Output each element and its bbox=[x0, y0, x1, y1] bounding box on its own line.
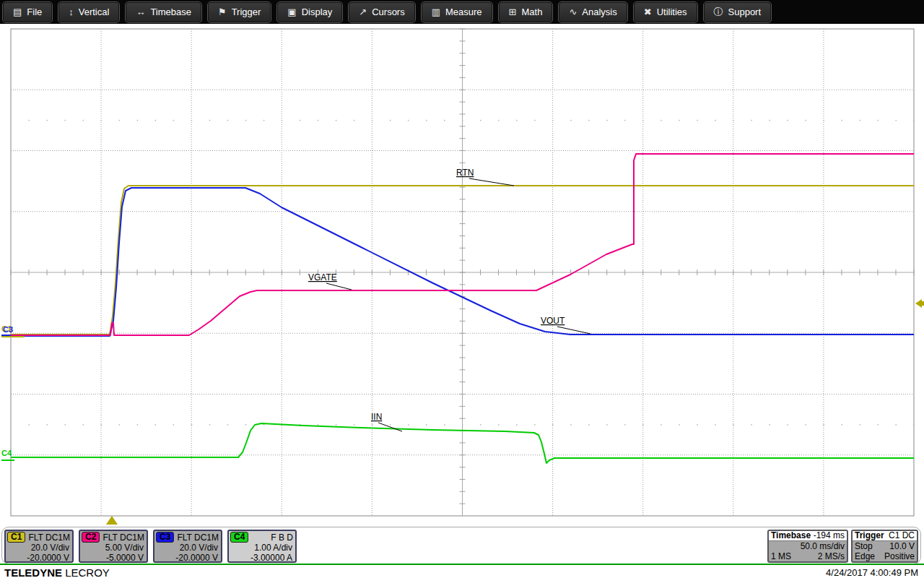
menu-button-measure[interactable]: ▥Measure bbox=[422, 2, 492, 22]
timebase-samples: 1 MS bbox=[771, 551, 791, 561]
minor-dot bbox=[245, 120, 247, 121]
display-icon: ▣ bbox=[287, 7, 296, 17]
menu-button-math[interactable]: ⊞Math bbox=[499, 2, 553, 22]
trigger-type: Edge bbox=[855, 551, 875, 561]
minor-dot bbox=[173, 424, 175, 426]
minor-dot bbox=[697, 424, 698, 426]
vgate-label: VGATE bbox=[308, 272, 337, 282]
menu-button-display[interactable]: ▣Display bbox=[277, 2, 342, 22]
menu-button-label: Vertical bbox=[79, 7, 110, 17]
minor-dot bbox=[462, 120, 463, 121]
minor-dot bbox=[29, 120, 30, 121]
channel-descriptor-c2[interactable]: C2 FLT DC1M 5.00 V/div -5.0000 V bbox=[79, 530, 148, 563]
trigger-level: 10.0 V bbox=[889, 541, 915, 551]
offset-value: -20.0000 V bbox=[154, 553, 221, 563]
minor-dot bbox=[390, 424, 391, 426]
trigger-time-marker[interactable] bbox=[106, 516, 118, 525]
timebase-title: Timebase bbox=[771, 531, 811, 540]
minor-dot bbox=[408, 424, 409, 426]
minor-dot bbox=[841, 424, 842, 426]
minor-dot bbox=[498, 424, 500, 426]
menu-button-label: Trigger bbox=[232, 7, 261, 17]
minor-dot bbox=[769, 120, 770, 121]
minor-dot bbox=[914, 120, 915, 121]
minor-dot bbox=[245, 424, 247, 426]
minor-dot bbox=[354, 424, 355, 426]
minor-dot bbox=[914, 424, 915, 426]
minor-dot bbox=[372, 424, 373, 426]
minor-dot bbox=[83, 424, 84, 426]
minor-dot bbox=[83, 120, 84, 121]
vgate-label-leader bbox=[326, 283, 352, 290]
trigger-mode: Stop bbox=[855, 541, 873, 551]
channel-descriptor-c4[interactable]: C4 F B D 1.00 A/div -3.00000 A bbox=[227, 530, 297, 563]
minor-dot bbox=[318, 424, 319, 426]
menu-button-cursors[interactable]: ↗Cursors bbox=[349, 2, 414, 22]
menu-button-timebase[interactable]: ↔Timebase bbox=[126, 2, 201, 22]
menu-button-label: File bbox=[27, 7, 42, 17]
calculator-icon: ⊞ bbox=[509, 7, 517, 17]
menu-button-utilities[interactable]: ✖Utilities bbox=[634, 2, 697, 22]
menu-button-label: Support bbox=[728, 7, 762, 17]
channel-descriptor-c3[interactable]: C3 FLT DC1M 20.0 V/div -20.0000 V bbox=[153, 530, 222, 563]
menu-button-trigger[interactable]: ⚑Trigger bbox=[208, 2, 271, 22]
menu-button-vertical[interactable]: ↕Vertical bbox=[58, 2, 119, 22]
minor-dot bbox=[137, 424, 139, 426]
minor-dot bbox=[787, 120, 788, 121]
minor-dot bbox=[751, 424, 752, 426]
channel-descriptor-c1[interactable]: C1 FLT DC1M 20.0 V/div -20.0000 V bbox=[4, 530, 74, 563]
c4-zero-marker[interactable]: C4 bbox=[1, 449, 12, 457]
trigger-level-marker[interactable] bbox=[915, 299, 922, 308]
minor-dot bbox=[191, 120, 193, 121]
brand-logo: TELEDYNE LECROY bbox=[4, 566, 110, 578]
minor-dot bbox=[895, 120, 897, 121]
minor-dot bbox=[534, 120, 536, 121]
minor-dot bbox=[209, 120, 211, 121]
coupling-label: F B D bbox=[271, 532, 293, 543]
minor-dot bbox=[101, 424, 103, 426]
channel-badge-c3: C3 bbox=[156, 532, 174, 543]
minor-dot bbox=[733, 120, 734, 121]
trigger-descriptor[interactable]: Trigger C1 DC Stop 10.0 V Edge Positive bbox=[851, 530, 918, 563]
minor-dot bbox=[552, 424, 554, 426]
minor-dot bbox=[805, 424, 806, 426]
minor-dot bbox=[372, 120, 373, 121]
c3-zero-marker[interactable]: C3 bbox=[3, 325, 13, 334]
coupling-label: FLT DC1M bbox=[103, 532, 144, 543]
minor-dot bbox=[444, 120, 445, 121]
minor-dot bbox=[679, 424, 680, 426]
menu-button-analysis[interactable]: ∿Analysis bbox=[559, 2, 627, 22]
minor-dot bbox=[877, 120, 879, 121]
minor-dot bbox=[823, 120, 824, 121]
offset-value: -3.00000 A bbox=[229, 553, 295, 563]
menu-button-label: Timebase bbox=[150, 7, 191, 17]
menu-button-label: Display bbox=[302, 7, 333, 17]
volts-per-div: 20.0 V/div bbox=[6, 543, 72, 553]
menu-button-file[interactable]: ▤File bbox=[3, 2, 52, 22]
vertical-arrows-icon: ↕ bbox=[69, 7, 74, 17]
minor-dot bbox=[516, 424, 518, 426]
minor-dot bbox=[137, 120, 139, 121]
minor-dot bbox=[661, 120, 662, 121]
minor-dot bbox=[769, 424, 770, 426]
minor-dot bbox=[823, 424, 824, 426]
minor-dot bbox=[552, 120, 554, 121]
menu-button-support[interactable]: ⓘSupport bbox=[704, 2, 772, 22]
minor-dot bbox=[155, 120, 157, 121]
minor-dot bbox=[697, 120, 698, 121]
minor-dot bbox=[119, 424, 121, 426]
rtn-label: RTN bbox=[456, 168, 474, 178]
minor-dot bbox=[426, 424, 427, 426]
horizontal-arrows-icon: ↔ bbox=[136, 7, 145, 17]
graticule bbox=[11, 29, 915, 516]
amps-per-div: 1.00 A/div bbox=[229, 543, 295, 553]
menu-button-label: Utilities bbox=[657, 7, 687, 17]
footer-separator bbox=[0, 564, 924, 565]
minor-dot bbox=[606, 424, 608, 426]
minor-dot bbox=[679, 120, 680, 121]
tools-icon: ✖ bbox=[644, 7, 652, 17]
minor-dot bbox=[191, 424, 193, 426]
minor-dot bbox=[516, 120, 518, 121]
timebase-descriptor[interactable]: Timebase -194 ms 50.0 ms/div 1 MS 2 MS/s bbox=[767, 530, 848, 563]
menu-bar: ▤File↕Vertical↔Timebase⚑Trigger▣Display↗… bbox=[0, 0, 924, 24]
